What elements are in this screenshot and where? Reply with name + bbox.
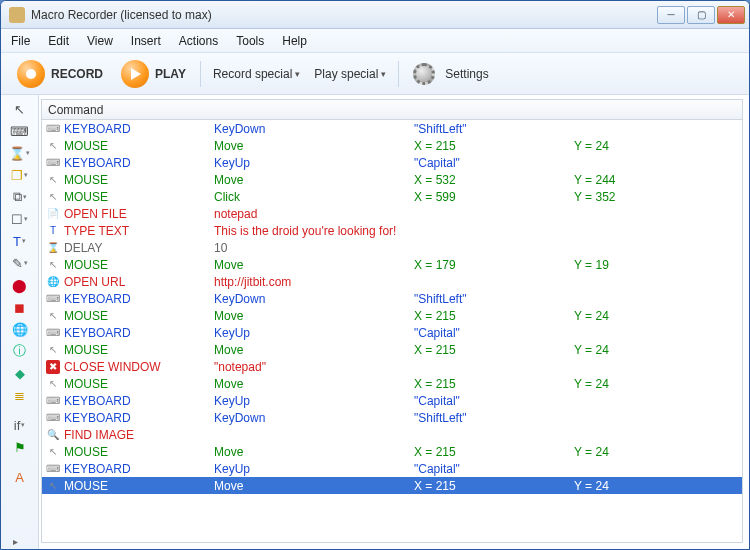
- minimize-button[interactable]: ─: [657, 6, 685, 24]
- cell-c1: CLOSE WINDOW: [64, 360, 214, 374]
- rows-container: ⌨KEYBOARDKeyDown"ShiftLeft"↖MOUSEMoveX =…: [42, 120, 742, 542]
- cell-c2: 10: [214, 241, 414, 255]
- command-list: Command ⌨KEYBOARDKeyDown"ShiftLeft"↖MOUS…: [41, 99, 743, 543]
- record-special-button[interactable]: Record special: [207, 63, 306, 85]
- column-header[interactable]: Command: [42, 100, 742, 120]
- table-row[interactable]: ↖MOUSEClickX = 599Y = 352: [42, 188, 742, 205]
- cell-c2: KeyUp: [214, 462, 414, 476]
- cell-c1: MOUSE: [64, 258, 214, 272]
- cell-c1: KEYBOARD: [64, 462, 214, 476]
- cell-c1: KEYBOARD: [64, 156, 214, 170]
- script-icon[interactable]: ≣: [9, 385, 31, 405]
- stop-icon[interactable]: ◼: [9, 297, 31, 317]
- table-row[interactable]: ↖MOUSEMoveX = 215Y = 24: [42, 477, 742, 494]
- cell-c1: TYPE TEXT: [64, 224, 214, 238]
- table-row[interactable]: ↖MOUSEMoveX = 215Y = 24: [42, 375, 742, 392]
- close-button[interactable]: ✕: [717, 6, 745, 24]
- table-row[interactable]: 🌐OPEN URLhttp://jitbit.com: [42, 273, 742, 290]
- row-icon: ↖: [46, 343, 60, 357]
- table-row[interactable]: ↖MOUSEMoveX = 179Y = 19: [42, 256, 742, 273]
- cell-c4: Y = 24: [574, 377, 742, 391]
- flag-icon[interactable]: ⚑: [9, 437, 31, 457]
- window-title: Macro Recorder (licensed to max): [31, 8, 657, 22]
- table-row[interactable]: 📄OPEN FILEnotepad: [42, 205, 742, 222]
- cell-c2: KeyUp: [214, 394, 414, 408]
- globe-icon[interactable]: 🌐: [9, 319, 31, 339]
- cell-c2: Move: [214, 445, 414, 459]
- table-row[interactable]: 🔍FIND IMAGE: [42, 426, 742, 443]
- row-icon: 🌐: [46, 275, 60, 289]
- table-row[interactable]: ⌨KEYBOARDKeyUp"Capital": [42, 460, 742, 477]
- menu-actions[interactable]: Actions: [179, 34, 218, 48]
- cell-c2: "notepad": [214, 360, 414, 374]
- table-row[interactable]: ↖MOUSEMoveX = 215Y = 24: [42, 137, 742, 154]
- cell-c3: "Capital": [414, 326, 574, 340]
- cell-c3: "Capital": [414, 394, 574, 408]
- cell-c1: KEYBOARD: [64, 292, 214, 306]
- table-row[interactable]: ⌨KEYBOARDKeyDown"ShiftLeft": [42, 409, 742, 426]
- text-icon[interactable]: T: [9, 231, 31, 251]
- keyboard-icon[interactable]: ⌨: [9, 121, 31, 141]
- cell-c3: "ShiftLeft": [414, 292, 574, 306]
- generic-icon[interactable]: ☐: [9, 209, 31, 229]
- cell-c4: Y = 24: [574, 309, 742, 323]
- table-row[interactable]: ↖MOUSEMoveX = 215Y = 24: [42, 307, 742, 324]
- cursor-icon[interactable]: ↖: [9, 99, 31, 119]
- cell-c1: MOUSE: [64, 479, 214, 493]
- table-row[interactable]: ↖MOUSEMoveX = 215Y = 24: [42, 443, 742, 460]
- expand-icon[interactable]: ▸: [13, 536, 18, 547]
- new-icon[interactable]: ❐: [9, 165, 31, 185]
- settings-button[interactable]: Settings: [405, 59, 496, 89]
- menu-insert[interactable]: Insert: [131, 34, 161, 48]
- cell-c1: MOUSE: [64, 139, 214, 153]
- cell-c3: X = 215: [414, 479, 574, 493]
- cell-c2: KeyUp: [214, 326, 414, 340]
- play-special-button[interactable]: Play special: [308, 63, 392, 85]
- row-icon: ↖: [46, 173, 60, 187]
- row-icon: ✖: [46, 360, 60, 374]
- cell-c3: "ShiftLeft": [414, 122, 574, 136]
- table-row[interactable]: ⌨KEYBOARDKeyDown"ShiftLeft": [42, 290, 742, 307]
- sidebar: ↖⌨⌛❐⧉☐T✎⬤◼🌐ⓘ◆≣if⚑A▸: [1, 95, 39, 549]
- menubar: File Edit View Insert Actions Tools Help: [1, 29, 749, 53]
- table-row[interactable]: ↖MOUSEMoveX = 532Y = 244: [42, 171, 742, 188]
- maximize-button[interactable]: ▢: [687, 6, 715, 24]
- table-row[interactable]: TTYPE TEXTThis is the droid you're looki…: [42, 222, 742, 239]
- table-row[interactable]: ⌨KEYBOARDKeyUp"Capital": [42, 154, 742, 171]
- label-icon[interactable]: A: [9, 467, 31, 487]
- menu-view[interactable]: View: [87, 34, 113, 48]
- wand-icon[interactable]: ✎: [9, 253, 31, 273]
- hourglass-icon[interactable]: ⌛: [9, 143, 31, 163]
- row-icon: 🔍: [46, 428, 60, 442]
- app-icon[interactable]: ◆: [9, 363, 31, 383]
- cell-c3: X = 215: [414, 139, 574, 153]
- play-label: PLAY: [155, 67, 186, 81]
- table-row[interactable]: ✖CLOSE WINDOW"notepad": [42, 358, 742, 375]
- menu-tools[interactable]: Tools: [236, 34, 264, 48]
- play-button[interactable]: PLAY: [113, 56, 194, 92]
- copy-icon[interactable]: ⧉: [9, 187, 31, 207]
- row-icon: ↖: [46, 377, 60, 391]
- play-icon: [121, 60, 149, 88]
- titlebar[interactable]: Macro Recorder (licensed to max) ─ ▢ ✕: [1, 1, 749, 29]
- cell-c2: Move: [214, 173, 414, 187]
- menu-file[interactable]: File: [11, 34, 30, 48]
- if-icon[interactable]: if: [9, 415, 31, 435]
- table-row[interactable]: ⌨KEYBOARDKeyDown"ShiftLeft": [42, 120, 742, 137]
- table-row[interactable]: ⌨KEYBOARDKeyUp"Capital": [42, 392, 742, 409]
- app-icon: [9, 7, 25, 23]
- table-row[interactable]: ⌨KEYBOARDKeyUp"Capital": [42, 324, 742, 341]
- cell-c2: This is the droid you're looking for!: [214, 224, 414, 238]
- color-icon[interactable]: ⬤: [9, 275, 31, 295]
- menu-edit[interactable]: Edit: [48, 34, 69, 48]
- cell-c3: X = 215: [414, 343, 574, 357]
- table-row[interactable]: ⌛DELAY10: [42, 239, 742, 256]
- toolbar: RECORD PLAY Record special Play special …: [1, 53, 749, 95]
- record-button[interactable]: RECORD: [9, 56, 111, 92]
- menu-help[interactable]: Help: [282, 34, 307, 48]
- cell-c1: MOUSE: [64, 309, 214, 323]
- cell-c3: "Capital": [414, 156, 574, 170]
- row-icon: ⌨: [46, 292, 60, 306]
- info-icon[interactable]: ⓘ: [9, 341, 31, 361]
- table-row[interactable]: ↖MOUSEMoveX = 215Y = 24: [42, 341, 742, 358]
